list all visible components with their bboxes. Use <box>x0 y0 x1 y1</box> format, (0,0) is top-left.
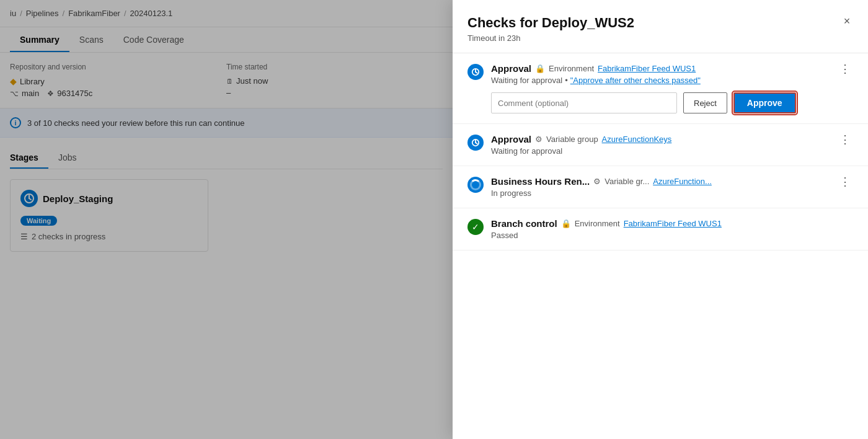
check-item-4-header: ✓ Branch control 🔒 Environment FabrikamF… <box>467 218 853 240</box>
check3-more-button[interactable]: ⋮ <box>837 176 853 187</box>
check3-resource-type: Variable gr... <box>604 177 649 186</box>
check-item-1-header: Approval 🔒 Environment FabrikamFiber Fee… <box>467 63 853 85</box>
check3-subtitle: In progress <box>491 188 830 198</box>
checkmark-icon: ✓ <box>472 222 479 232</box>
check1-resource-link[interactable]: FabrikamFiber Feed WUS1 <box>598 64 696 73</box>
check2-resource-type: Variable group <box>546 135 598 144</box>
check1-title-row: Approval 🔒 Environment FabrikamFiber Fee… <box>491 63 830 74</box>
check4-title-row: Branch control 🔒 Environment FabrikamFib… <box>491 218 853 229</box>
check2-type-icon: ⚙ <box>535 135 542 144</box>
check-item-1: Approval 🔒 Environment FabrikamFiber Fee… <box>453 53 868 124</box>
dialog-body: Approval 🔒 Environment FabrikamFiber Fee… <box>453 53 868 439</box>
check3-subtitle-text: In progress <box>491 188 531 198</box>
check1-type-icon: 🔒 <box>535 64 545 73</box>
check3-type-icon: ⚙ <box>593 177 601 186</box>
approve-button[interactable]: Approve <box>733 92 796 113</box>
check1-content: Approval 🔒 Environment FabrikamFiber Fee… <box>491 63 830 85</box>
checks-dialog: Checks for Deploy_WUS2 Timeout in 23h × … <box>453 0 868 439</box>
check4-name: Branch control <box>491 218 557 229</box>
check4-resource-type: Environment <box>575 219 620 228</box>
check3-status-icon <box>467 177 484 193</box>
check1-subtitle-sep: • <box>565 76 568 85</box>
check2-more-button[interactable]: ⋮ <box>837 134 853 145</box>
check4-subtitle: Passed <box>491 231 853 240</box>
check2-status-icon <box>467 135 484 151</box>
check1-subtitle-text: Waiting for approval <box>491 76 562 85</box>
check1-more-button[interactable]: ⋮ <box>837 63 853 74</box>
check1-name: Approval <box>491 63 531 74</box>
check3-title-row: Business Hours Ren... ⚙ Variable gr... A… <box>491 176 830 187</box>
check1-subtitle: Waiting for approval • "Approve after ot… <box>491 76 830 85</box>
check4-resource-link[interactable]: FabrikamFiber Feed WUS1 <box>624 219 722 228</box>
dialog-title: Checks for Deploy_WUS2 <box>467 15 853 31</box>
check3-resource-link[interactable]: AzureFunction... <box>653 177 712 186</box>
check3-name: Business Hours Ren... <box>491 176 590 187</box>
check2-title-row: Approval ⚙ Variable group AzureFunctionK… <box>491 134 830 144</box>
svg-line-8 <box>476 143 477 144</box>
comment-input[interactable] <box>491 92 677 113</box>
check4-subtitle-text: Passed <box>491 231 518 240</box>
check2-subtitle: Waiting for approval <box>491 146 830 156</box>
check1-subtitle-link[interactable]: "Approve after other checks passed" <box>570 76 701 85</box>
check-item-3: Business Hours Ren... ⚙ Variable gr... A… <box>453 166 868 208</box>
check-item-2: Approval ⚙ Variable group AzureFunctionK… <box>453 124 868 166</box>
check4-status-icon: ✓ <box>467 219 484 235</box>
check-item-4: ✓ Branch control 🔒 Environment FabrikamF… <box>453 208 868 251</box>
reject-button[interactable]: Reject <box>683 92 727 113</box>
check2-subtitle-text: Waiting for approval <box>491 146 562 156</box>
approval-actions: Reject Approve <box>491 92 853 113</box>
check2-resource-link[interactable]: AzureFunctionKeys <box>602 135 672 144</box>
check2-content: Approval ⚙ Variable group AzureFunctionK… <box>491 134 830 156</box>
check1-status-icon <box>467 64 484 80</box>
check-item-3-header: Business Hours Ren... ⚙ Variable gr... A… <box>467 176 853 198</box>
dialog-header: Checks for Deploy_WUS2 Timeout in 23h × <box>453 0 868 53</box>
check3-content: Business Hours Ren... ⚙ Variable gr... A… <box>491 176 830 198</box>
spinner-icon <box>470 179 481 190</box>
check4-type-icon: 🔒 <box>561 219 571 228</box>
close-button[interactable]: × <box>838 12 856 30</box>
svg-line-5 <box>476 72 477 73</box>
check2-name: Approval <box>491 134 531 144</box>
check-item-2-header: Approval ⚙ Variable group AzureFunctionK… <box>467 134 853 156</box>
dialog-subtitle: Timeout in 23h <box>467 33 853 43</box>
check1-resource-type: Environment <box>549 64 594 73</box>
check4-content: Branch control 🔒 Environment FabrikamFib… <box>491 218 853 240</box>
